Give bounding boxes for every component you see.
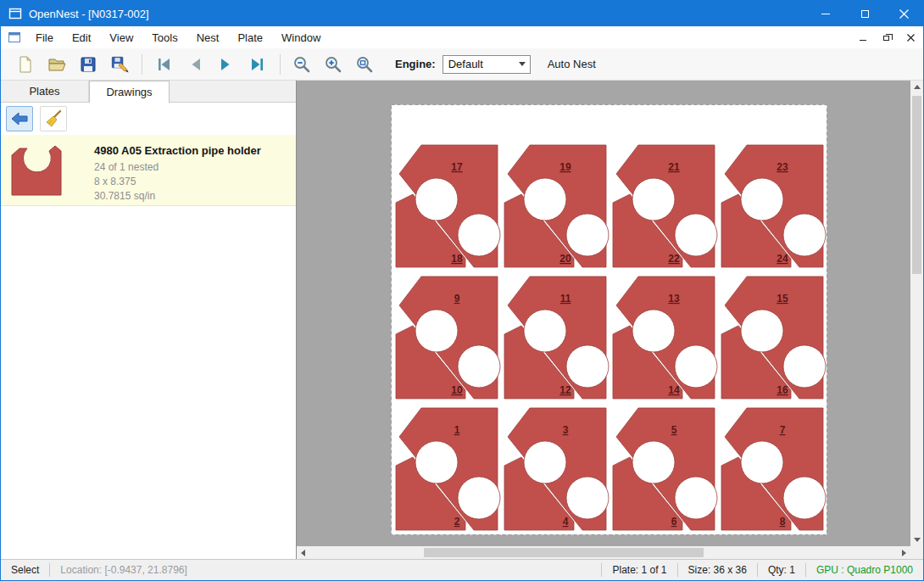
drawing-meta: 4980 A05 Extraction pipe holder 24 of 1 …	[94, 135, 261, 205]
tab-drawings[interactable]: Drawings	[89, 81, 170, 103]
zoom-in-button[interactable]	[320, 52, 346, 77]
mdi-close-button[interactable]	[899, 28, 921, 47]
next-plate-button[interactable]	[214, 52, 239, 77]
part-pair	[613, 277, 717, 399]
scroll-down-icon[interactable]	[910, 534, 923, 546]
drawing-list-item[interactable]: 4980 A05 Extraction pipe holder 24 of 1 …	[1, 135, 296, 206]
nest-cell[interactable]: 9 10	[396, 277, 500, 399]
drawing-size: 8 x 8.375	[94, 175, 261, 189]
clear-drawings-button[interactable]	[40, 106, 67, 131]
nest-cell[interactable]: 15 16	[721, 277, 826, 399]
save-button[interactable]	[75, 52, 101, 77]
part-pair	[613, 408, 717, 530]
scroll-left-icon[interactable]	[297, 546, 309, 559]
new-file-icon	[16, 55, 35, 74]
engine-label: Engine:	[395, 58, 436, 70]
menu-edit[interactable]: Edit	[63, 26, 100, 48]
part-number-bottom: 12	[559, 384, 571, 396]
nest-cell[interactable]: 3 4	[504, 408, 609, 530]
new-button[interactable]	[13, 52, 38, 77]
nest-cell[interactable]: 7 8	[721, 408, 826, 530]
plate[interactable]: 17 18 19 20 21 22 23 24 9 10	[391, 104, 827, 535]
part-number-top: 3	[563, 424, 569, 436]
part-number-top: 17	[451, 161, 463, 173]
part-number-top: 13	[668, 293, 680, 304]
part-number-top: 15	[776, 293, 788, 304]
previous-plate-button[interactable]	[182, 52, 208, 77]
scroll-right-icon[interactable]	[898, 546, 910, 559]
part-thumbnail	[9, 143, 64, 198]
part-pair	[504, 145, 609, 267]
part-number-top: 19	[559, 161, 571, 173]
nest-cell[interactable]: 1 2	[396, 408, 500, 530]
window-title: OpenNest - [N0317-002]	[29, 8, 806, 20]
document-window-icon[interactable]	[8, 31, 21, 44]
app-icon	[8, 7, 22, 20]
close-icon	[899, 9, 909, 19]
opennest-window: OpenNest - [N0317-002] File Edit View To…	[0, 0, 924, 581]
horizontal-scroll-thumb[interactable]	[424, 548, 704, 557]
menu-file[interactable]: File	[26, 26, 63, 48]
last-plate-button[interactable]	[245, 52, 270, 77]
status-size: Size: 36 x 36	[678, 564, 757, 576]
part-number-bottom: 6	[671, 516, 677, 528]
maximize-button[interactable]	[845, 1, 884, 26]
vertical-scrollbar[interactable]	[910, 81, 923, 546]
drawings-toolbar	[1, 103, 296, 135]
tab-plates[interactable]: Plates	[1, 81, 89, 102]
horizontal-scrollbar[interactable]	[297, 546, 910, 559]
close-button[interactable]	[884, 1, 923, 26]
save-edit-icon	[110, 55, 129, 74]
part-pair	[721, 408, 826, 530]
nesting-canvas[interactable]: 17 18 19 20 21 22 23 24 9 10	[297, 81, 923, 559]
toolbar-separator	[142, 54, 142, 75]
title-bar: OpenNest - [N0317-002]	[1, 1, 923, 26]
part-number-bottom: 20	[559, 253, 571, 265]
minimize-button[interactable]	[806, 1, 845, 26]
menu-plate[interactable]: Plate	[228, 26, 272, 48]
first-plate-button[interactable]	[151, 52, 176, 77]
vertical-scroll-thumb[interactable]	[912, 96, 921, 274]
zoom-out-button[interactable]	[289, 52, 314, 77]
mdi-minimize-button[interactable]	[852, 28, 874, 47]
menu-window[interactable]: Window	[272, 26, 330, 48]
previous-arrow-icon	[186, 55, 204, 74]
nest-cell[interactable]: 23 24	[721, 145, 826, 267]
save-edit-button[interactable]	[107, 52, 132, 77]
chevron-down-icon[interactable]	[515, 56, 530, 73]
part-pair	[396, 145, 500, 267]
status-plate: Plate: 1 of 1	[602, 564, 676, 576]
nest-cell[interactable]: 17 18	[396, 145, 500, 267]
import-drawing-button[interactable]	[6, 106, 33, 131]
auto-nest-button[interactable]: Auto Nest	[548, 58, 596, 70]
open-button[interactable]	[44, 52, 70, 77]
mdi-close-icon	[907, 34, 915, 42]
part-pair	[504, 277, 609, 399]
zoom-fit-button[interactable]	[352, 52, 377, 77]
engine-select[interactable]: Default	[443, 55, 531, 74]
part-number-bottom: 8	[780, 516, 786, 528]
sidebar: Plates Drawings 4980 A05 Ext	[1, 81, 297, 559]
status-mode: Select	[1, 564, 49, 576]
nest-cell[interactable]: 11 12	[504, 277, 609, 399]
mdi-restore-button[interactable]	[876, 28, 898, 47]
tab-plates-label: Plates	[29, 85, 59, 98]
status-qty: Qty: 1	[758, 564, 805, 576]
part-number-top: 5	[671, 424, 677, 436]
scroll-up-icon[interactable]	[910, 81, 923, 93]
nest-cell[interactable]: 5 6	[613, 408, 717, 530]
part-number-top: 7	[780, 424, 786, 436]
part-pair	[721, 277, 826, 399]
status-location: Location: [-0.9437, 21.8796]	[50, 564, 197, 576]
zoom-fit-icon	[355, 55, 374, 74]
part-number-bottom: 4	[563, 516, 569, 528]
nest-cell[interactable]: 21 22	[613, 145, 717, 267]
nest-cell[interactable]: 13 14	[613, 277, 717, 399]
menu-nest[interactable]: Nest	[187, 26, 229, 48]
menu-tools[interactable]: Tools	[142, 26, 186, 48]
nest-cell[interactable]: 19 20	[504, 145, 609, 267]
part-number-bottom: 10	[451, 384, 463, 396]
part-number-bottom: 2	[454, 516, 460, 528]
menu-view[interactable]: View	[100, 26, 142, 48]
save-icon	[79, 55, 97, 74]
